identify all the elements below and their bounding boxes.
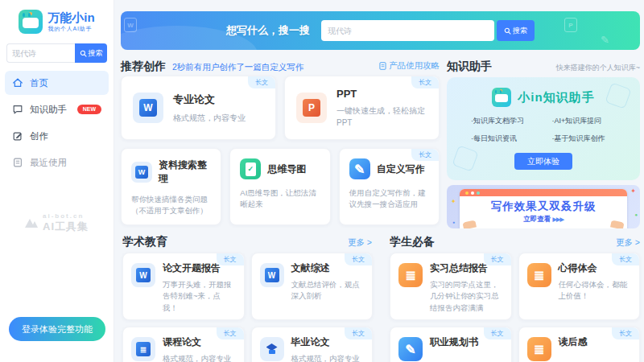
promo-cta: 立即查看 ▶▶▶ — [460, 215, 627, 224]
course-doc-icon: ≣ — [131, 337, 155, 361]
sidebar-item-label: 首页 — [30, 77, 48, 89]
card-reflections[interactable]: 长文 ≣ 心得体会 任何心得体会，都能上价值！ — [518, 253, 641, 320]
assistant-features: ·知识库文档学习 ·AI+知识库提问 ·每日知识资讯 ·基于知识库创作 — [471, 116, 622, 144]
hero-search-input[interactable] — [321, 20, 494, 41]
robot-logo-icon — [19, 10, 43, 34]
product-guide-link[interactable]: 产品使用攻略 — [379, 60, 440, 72]
sidebar-item-create[interactable]: 创作 — [5, 124, 109, 148]
knowledge-assistant-card[interactable]: 小in知识助手 ·知识库文档学习 ·AI+知识库提问 ·每日知识资讯 ·基于知识… — [447, 77, 640, 180]
card-desc: 任何心得体会，都能上价值！ — [559, 279, 632, 302]
confetti-dot: ● — [634, 212, 638, 217]
long-text-badge: 长文 — [411, 76, 439, 88]
try-now-button[interactable]: 立即体验 — [514, 153, 572, 170]
confetti-dot: ● — [452, 220, 455, 224]
hero-banner: W P ✎ 想写什么，搜一搜 搜索 — [121, 11, 640, 50]
sidebar-item-label: 最近使用 — [30, 157, 67, 169]
recommend-row2: W 资料搜索整理 帮你快速搞懂各类问题（不适用于文章创作） ✓ 思维导图 AI思… — [121, 148, 440, 225]
confetti-star: ✦ — [630, 187, 636, 195]
assistant-title: 知识助手 — [447, 60, 492, 74]
sidebar-nav: 首页 知识助手 NEW 创作 最近使用 — [0, 71, 114, 175]
long-text-badge: 长文 — [411, 149, 439, 161]
long-text-badge: 长文 — [217, 253, 244, 265]
report-icon: ≣ — [527, 263, 551, 287]
card-desc: 一键快速生成，轻松搞定PPT — [336, 105, 427, 129]
search-icon — [504, 27, 511, 35]
assistant-feature: ·AI+知识库提问 — [552, 116, 622, 126]
hero-search-button[interactable]: 搜索 — [497, 20, 535, 41]
word-icon: W — [260, 263, 284, 287]
card-desc: AI思维导图，让想法清晰起来 — [240, 187, 320, 211]
card-book-review[interactable]: 长文 ≣ 读后感 — [518, 327, 641, 362]
assistant-feature: ·基于知识库创作 — [552, 134, 622, 144]
card-title: 职业规划书 — [430, 335, 478, 349]
card-mindmap[interactable]: ✓ 思维导图 AI思维导图，让想法清晰起来 — [229, 148, 330, 225]
pen-decoration-icon: ✎ — [601, 34, 609, 46]
card-title: PPT — [336, 88, 427, 100]
academic-row2: 长文 ≣ 课程论文 格式规范，内容专业的课程 长文 毕业论文 格式规范，内容专业… — [122, 327, 373, 362]
pen-icon: ✎ — [398, 337, 423, 361]
confetti-star: ✦ — [451, 198, 456, 205]
login-button[interactable]: 登录体验完整功能 — [9, 317, 105, 341]
long-text-badge: 长文 — [484, 253, 511, 265]
pen-icon: ✎ — [349, 158, 370, 179]
card-graduation-thesis[interactable]: 长文 毕业论文 格式规范，内容专业的毕业 — [251, 327, 374, 362]
card-professional-paper[interactable]: 长文 W 专业论文 格式规范，内容专业 — [121, 76, 276, 140]
card-desc: 格式规范，内容专业的毕业 — [291, 353, 365, 362]
card-custom-writing[interactable]: 长文 ✎ 自定义写作 使用自定义写作前，建议先搜一搜合适应用 — [339, 148, 440, 225]
card-course-paper[interactable]: 长文 ≣ 课程论文 格式规范，内容专业的课程 — [122, 327, 245, 362]
card-literature-review[interactable]: 长文 W 文献综述 文献总结评价，观点深入剖析 — [251, 253, 374, 320]
sidebar-search-input[interactable] — [6, 43, 75, 63]
ppt-icon: P — [296, 93, 327, 123]
card-research-organize[interactable]: W 资料搜索整理 帮你快速搞懂各类问题（不适用于文章创作） — [121, 148, 221, 225]
report-icon: ≣ — [527, 337, 551, 361]
graduation-cap-icon — [260, 337, 284, 361]
long-text-badge: 长文 — [612, 253, 639, 265]
promo-window: 写作效果又双叒升级 立即查看 ▶▶▶ — [460, 189, 627, 228]
card-ppt[interactable]: 长文 P PPT 一键快速生成，轻松搞定PPT — [284, 76, 440, 140]
card-desc: 帮你快速搞懂各类问题（不适用于文章创作） — [131, 194, 211, 217]
hex-decoration — [452, 145, 478, 171]
recent-file-icon — [12, 157, 23, 168]
long-text-badge: 长文 — [484, 327, 511, 339]
app-title: 万能小in — [47, 10, 94, 24]
students-title: 学生必备 — [390, 235, 435, 249]
card-desc: 格式规范，内容专业的课程 — [163, 353, 236, 362]
upgrade-promo-banner[interactable]: ✦ ✦ ● ● 写作效果又双叒升级 立即查看 ▶▶▶ — [447, 185, 640, 228]
sidebar-search: 搜索 — [6, 43, 107, 63]
recommend-ticker: 2秒前有用户创作了一篇自定义写作 — [172, 62, 303, 73]
home-icon — [12, 77, 23, 88]
students-header: 学生必备 更多 > — [390, 235, 640, 249]
mindmap-icon: ✓ — [240, 158, 261, 179]
guide-doc-icon — [379, 62, 386, 70]
assistant-feature: ·每日知识资讯 — [471, 134, 552, 144]
card-title: 思维导图 — [267, 162, 306, 176]
long-text-badge: 长文 — [248, 76, 275, 88]
app-logo[interactable]: 万能小in 我的个人AI助手 — [0, 0, 114, 34]
promo-window-bar — [460, 189, 627, 196]
card-desc: 实习的同学点这里，几分钟让你的实习总结报告内容满满 — [430, 279, 503, 314]
academic-title: 学术教育 — [122, 235, 167, 249]
card-thesis-proposal[interactable]: 长文 W 论文开题报告 万事开头难，开题报告特别难~来，点我！ — [122, 253, 245, 320]
new-badge: NEW — [77, 105, 101, 114]
sidebar-search-button-label: 搜索 — [89, 48, 103, 59]
sidebar-item-recent[interactable]: 最近使用 — [5, 150, 109, 175]
watermark-title: AI工具集 — [43, 220, 89, 234]
watermark-logo-icon — [25, 219, 38, 228]
watermark-url: ai-bot.cn — [43, 212, 89, 220]
sidebar-item-label: 创作 — [30, 130, 48, 142]
recommend-row1: 长文 W 专业论文 格式规范，内容专业 长文 P PPT 一键快速生成，轻松搞定… — [121, 76, 440, 140]
sidebar-item-home[interactable]: 首页 — [5, 71, 109, 95]
students-more-link[interactable]: 更多 > — [616, 237, 640, 249]
card-internship-report[interactable]: 长文 ≣ 实习总结报告 实习的同学点这里，几分钟让你的实习总结报告内容满满 — [390, 253, 512, 320]
assistant-subtitle: 快来搭建你的个人知识库~ — [556, 63, 640, 73]
card-title: 自定义写作 — [377, 162, 425, 176]
long-text-badge: 长文 — [345, 327, 372, 339]
academic-more-link[interactable]: 更多 > — [348, 237, 372, 249]
sidebar-item-knowledge[interactable]: 知识助手 NEW — [5, 97, 109, 121]
long-text-badge: 长文 — [345, 253, 372, 265]
sidebar-search-button[interactable]: 搜索 — [75, 43, 107, 63]
sidebar: 万能小in 我的个人AI助手 搜索 首页 知识助手 NEW 创作 最近使用 — [0, 0, 114, 362]
word-decoration-icon: W — [124, 18, 137, 32]
card-career-plan[interactable]: 长文 ✎ 职业规划书 — [390, 327, 512, 362]
word-icon: W — [131, 263, 155, 287]
